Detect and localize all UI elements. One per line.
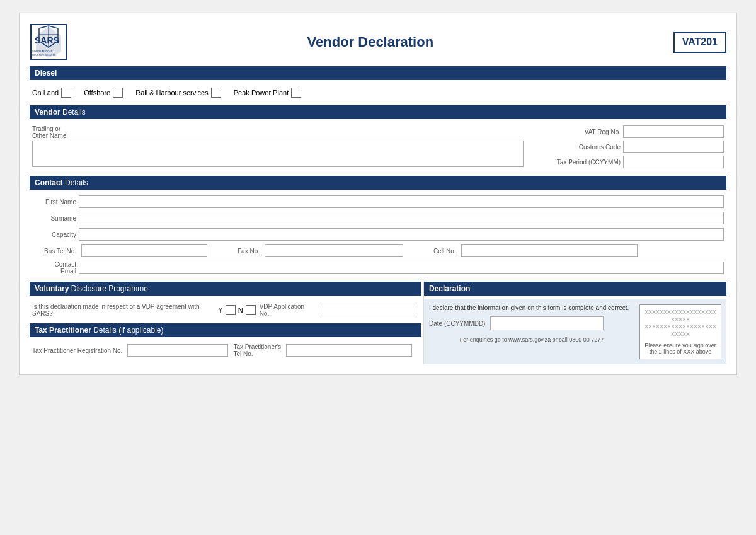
logo-area: SARS SOUTH AFRICAN REVENUE SERVICE (30, 23, 67, 61)
tp-section: Tax Practitioner Details (if applicable)… (30, 323, 421, 360)
header: SARS SOUTH AFRICAN REVENUE SERVICE Vendo… (30, 23, 726, 61)
cell-label: Cell No. (433, 248, 456, 255)
surname-input[interactable] (79, 212, 724, 224)
fax-label: Fax No. (238, 248, 260, 255)
rail-harbour-label: Rail & Harbour services (135, 89, 209, 96)
customs-code-input[interactable] (623, 141, 724, 153)
diesel-rail-harbour: Rail & Harbour services (135, 88, 221, 98)
svg-text:REVENUE SERVICE: REVENUE SERVICE (32, 54, 56, 57)
surname-label: Surname (32, 215, 76, 222)
tp-reg-label: Tax Practitioner Registration No. (32, 347, 122, 354)
vendor-section-header: Vendor Details (30, 105, 726, 119)
left-col: Voluntary Disclosure Programme Is this d… (30, 282, 424, 364)
vendor-main-row: Trading orOther Name VAT Reg No. Customs… (30, 123, 726, 171)
peak-power-label: Peak Power Plant (234, 89, 289, 96)
vat-customs-area: VAT Reg No. Customs Code Tax Period (CCY… (557, 125, 724, 168)
bottom-section: Voluntary Disclosure Programme Is this d… (30, 282, 726, 364)
vdp-yn: Y N (218, 305, 255, 315)
vdp-n-label: N (238, 306, 243, 314)
on-land-checkbox[interactable] (61, 88, 71, 98)
surname-row: Surname (30, 210, 726, 226)
vdp-y-checkbox[interactable] (226, 305, 236, 315)
declaration-text-area: I declare that the information given on … (429, 304, 634, 359)
contact-section-header: Contact Details (30, 176, 726, 190)
title-area: Vendor Declaration (67, 34, 673, 50)
right-col: Declaration I declare that the informati… (424, 282, 726, 364)
capacity-label: Capacity (32, 231, 76, 238)
vdp-app-no-label: VDP Application No. (260, 303, 314, 317)
signature-box: XXXXXXXXXXXXXXXXXXXXXXXXXXXXXXXXXXXXXXXX… (639, 304, 721, 359)
customs-code-row: Customs Code (557, 141, 724, 153)
vendor-section: Trading orOther Name VAT Reg No. Customs… (30, 123, 726, 171)
first-name-row: First Name (30, 193, 726, 210)
vdp-question-label: Is this declaration made in respect of a… (32, 303, 214, 317)
declaration-date-row: Date (CCYYMMDD) (429, 316, 634, 330)
capacity-input[interactable] (79, 228, 724, 241)
first-name-input[interactable] (79, 195, 724, 208)
on-land-label: On Land (32, 89, 59, 96)
vdp-y-label: Y (218, 306, 222, 314)
sig-lines: XXXXXXXXXXXXXXXXXXXXXXXXXXXXXXXXXXXXXXXX… (644, 309, 717, 338)
email-label: ContactEmail (32, 261, 76, 275)
sars-logo-icon: SARS SOUTH AFRICAN REVENUE SERVICE (30, 23, 67, 61)
diesel-on-land: On Land (32, 88, 71, 98)
customs-code-label: Customs Code (579, 144, 621, 151)
trading-name-area: Trading orOther Name (32, 125, 524, 168)
fax-input[interactable] (265, 244, 403, 257)
offshore-label: Offshore (84, 89, 110, 96)
tax-period-input[interactable] (623, 156, 724, 168)
diesel-offshore: Offshore (84, 88, 123, 98)
vat-reg-label: VAT Reg No. (585, 129, 621, 135)
declaration-date-input[interactable] (490, 316, 604, 330)
first-name-label: First Name (32, 198, 76, 205)
sig-note: Please ensure you sign over the 2 lines … (644, 342, 717, 355)
trading-name-label: Trading orOther Name (32, 125, 524, 139)
declaration-enquiries: For enquiries go to www.sars.gov.za or c… (429, 337, 634, 343)
vat-reg-input[interactable] (623, 125, 724, 138)
declaration-inner: I declare that the information given on … (429, 304, 721, 359)
vdp-n-checkbox[interactable] (246, 305, 256, 315)
vdp-row: Is this declaration made in respect of a… (30, 299, 421, 321)
diesel-peak-power: Peak Power Plant (234, 88, 301, 98)
offshore-checkbox[interactable] (113, 88, 123, 98)
declaration-text: I declare that the information given on … (429, 304, 634, 311)
page-title: Vendor Declaration (67, 34, 673, 50)
peak-power-checkbox[interactable] (291, 88, 301, 98)
tp-tel-input[interactable] (286, 344, 412, 357)
vdp-app-no-input[interactable] (318, 304, 418, 316)
form-id-box: VAT201 (673, 32, 726, 53)
vat-reg-row: VAT Reg No. (557, 125, 724, 138)
vdp-section-header: Voluntary Disclosure Programme (30, 282, 421, 296)
tel-fax-cell-row: Bus Tel No. Fax No. Cell No. (30, 243, 726, 259)
bus-tel-label: Bus Tel No. (32, 248, 76, 255)
declaration-section-header: Declaration (424, 282, 726, 296)
cell-input[interactable] (461, 244, 638, 257)
tp-row: Tax Practitioner Registration No. Tax Pr… (30, 341, 421, 360)
tp-reg-input[interactable] (127, 344, 228, 357)
contact-section: First Name Surname Capacity Bus Tel No. … (30, 193, 726, 277)
page-container: SARS SOUTH AFRICAN REVENUE SERVICE Vendo… (19, 13, 737, 375)
email-input[interactable] (79, 262, 724, 274)
tp-tel-label: Tax Practitioner'sTel No. (233, 343, 281, 357)
diesel-row: On Land Offshore Rail & Harbour services… (30, 84, 726, 101)
declaration-date-label: Date (CCYYMMDD) (429, 320, 485, 327)
trading-name-input[interactable] (32, 141, 524, 167)
rail-harbour-checkbox[interactable] (211, 88, 221, 98)
tax-period-label: Tax Period (CCYYMM) (557, 159, 621, 166)
email-row: ContactEmail (30, 259, 726, 277)
tax-period-row: Tax Period (CCYYMM) (557, 156, 724, 168)
capacity-row: Capacity (30, 226, 726, 243)
diesel-section-header: Diesel (30, 66, 726, 80)
declaration-section: I declare that the information given on … (424, 299, 726, 364)
bus-tel-input[interactable] (81, 244, 207, 257)
svg-text:SARS: SARS (35, 35, 59, 45)
tp-section-header: Tax Practitioner Details (if applicable) (30, 323, 421, 337)
svg-text:SOUTH AFRICAN: SOUTH AFRICAN (32, 50, 53, 53)
